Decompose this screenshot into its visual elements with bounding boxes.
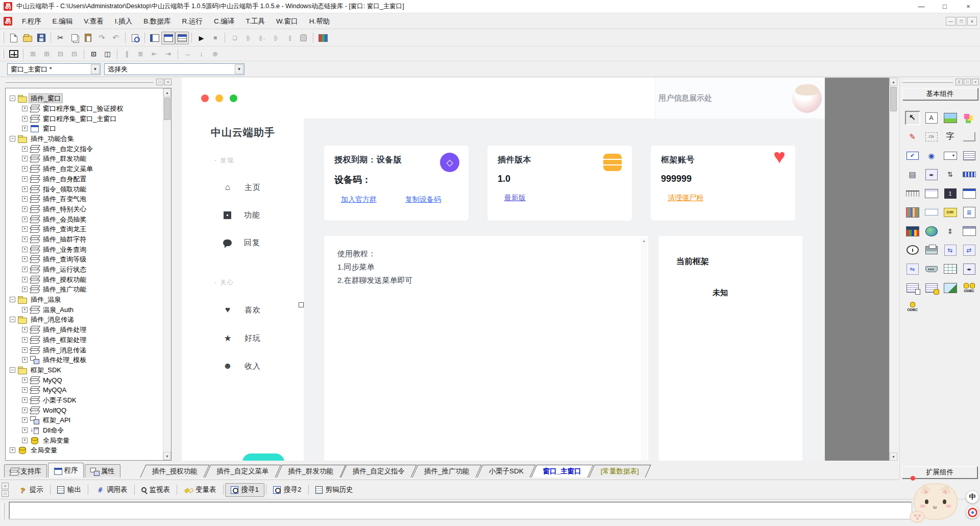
layout-left-button[interactable]: [148, 32, 161, 44]
expand-icon[interactable]: +: [22, 347, 28, 353]
palette-cell-picture-box[interactable]: [941, 108, 960, 127]
make-same-width-button[interactable]: ↔: [181, 47, 194, 60]
mdi-child-icon[interactable]: 易: [4, 17, 12, 26]
align-tops-button[interactable]: ⊟: [54, 47, 67, 60]
output-panel-close-icon[interactable]: ×: [2, 483, 9, 489]
tree-row[interactable]: +插件_自定义指令: [6, 144, 163, 154]
expand-icon[interactable]: +: [22, 206, 28, 212]
step-over-button[interactable]: {}→: [255, 32, 269, 44]
tree-row[interactable]: +插件_插件处理: [6, 325, 163, 335]
expand-icon[interactable]: +: [22, 327, 28, 332]
剪辑历史-button[interactable]: 剪辑历史: [310, 483, 358, 497]
palette-cell-color-picker[interactable]: [903, 222, 922, 241]
shrink-to-grid-button[interactable]: ⇤: [148, 47, 161, 60]
designer-resize-handle[interactable]: [299, 302, 304, 307]
tree-row[interactable]: +插件_运行状态: [6, 265, 163, 275]
tree-row[interactable]: +插件_群发功能: [6, 154, 163, 164]
expand-icon[interactable]: +: [22, 116, 28, 122]
tutorial-scrollbar[interactable]: ▲ ▼: [641, 238, 647, 461]
link-最新版[interactable]: 最新版: [504, 194, 526, 203]
form-designer-canvas[interactable]: 用户信息展示处 中山云端助手 - 发现⌂主页功能回复- 关心♥喜欢★好玩☻收入 …: [182, 78, 897, 461]
scroll-down-icon[interactable]: ▼: [890, 452, 897, 461]
folder-selector-combo[interactable]: 选择夹 ▼: [104, 63, 244, 75]
expand-icon[interactable]: +: [22, 267, 28, 272]
file-tab-插件_自定义指令[interactable]: 插件_自定义指令: [344, 465, 414, 477]
palette-cell-list-template[interactable]: [903, 278, 922, 297]
palette-cell-font-label[interactable]: 字: [941, 127, 960, 146]
palette-cell-internet-link[interactable]: [922, 222, 941, 241]
搜寻1-button[interactable]: 搜寻1: [225, 483, 265, 497]
form-designer-button[interactable]: [7, 47, 20, 60]
tree-row[interactable]: +窗口: [6, 124, 163, 134]
expand-icon[interactable]: +: [22, 176, 28, 182]
chevron-down-icon[interactable]: ▼: [91, 64, 100, 74]
palette-cell-list-view[interactable]: ▤: [903, 165, 922, 184]
tree-row[interactable]: +插件_百变气泡: [6, 194, 163, 204]
expand-icon[interactable]: +: [22, 256, 28, 262]
tree-row[interactable]: +MyQQ: [6, 375, 163, 385]
palette-cell-shape-group[interactable]: [960, 108, 978, 127]
palette-cell-panel[interactable]: [960, 127, 978, 146]
cut-button[interactable]: ✂: [54, 32, 67, 44]
component-data-table-button[interactable]: [316, 32, 330, 44]
expand-icon[interactable]: +: [22, 146, 28, 152]
file-tab-插件_自定义菜单[interactable]: 插件_自定义菜单: [208, 465, 278, 477]
menu-item-5[interactable]: R.运行: [177, 15, 209, 28]
tree-row[interactable]: +插件_消息传递: [6, 345, 163, 355]
tree-row[interactable]: +插件_查询龙王: [6, 224, 163, 234]
palette-cell-splitter[interactable]: ⇕: [941, 222, 960, 241]
file-tab-[常量数据表][interactable]: [常量数据表]: [592, 465, 648, 477]
floating-app-badge[interactable]: [966, 506, 979, 519]
搜寻2-button[interactable]: 搜寻2: [268, 483, 307, 497]
preview-action-button[interactable]: [242, 453, 284, 461]
file-tab-插件_群发功能[interactable]: 插件_群发功能: [279, 465, 343, 477]
tree-row[interactable]: +温泉_Auth: [6, 304, 163, 315]
menu-item-3[interactable]: I.插入: [109, 15, 138, 28]
menu-item-0[interactable]: F.程序: [16, 15, 47, 28]
tree-row[interactable]: −插件_窗口: [6, 93, 163, 104]
palette-cell-page-navigator[interactable]: ◂▸: [960, 259, 978, 278]
command-input[interactable]: [9, 502, 912, 519]
scrollbar-thumb[interactable]: [164, 98, 170, 120]
tree-row[interactable]: +插件处理_模板: [6, 355, 163, 365]
palette-cell-ruler[interactable]: [903, 184, 922, 203]
collapse-icon[interactable]: −: [10, 136, 15, 141]
palette-cell-animation-box[interactable]: 1: [941, 184, 960, 203]
expand-icon[interactable]: +: [22, 427, 28, 433]
palette-cell-timer[interactable]: [903, 241, 922, 259]
menu-item-9[interactable]: H.帮助: [304, 15, 336, 28]
palette-cell-label[interactable]: A: [922, 108, 941, 127]
tree-row[interactable]: +插件_推广功能: [6, 284, 163, 295]
palette-cell-printer[interactable]: [922, 241, 941, 259]
tree-row[interactable]: +小栗子SDK: [6, 395, 163, 405]
maximize-button[interactable]: □: [933, 0, 957, 13]
panel-drag-handle[interactable]: [902, 81, 953, 83]
palette-cell-data-grid[interactable]: [903, 203, 922, 222]
palette-cell-com-port[interactable]: [922, 259, 941, 278]
tree-row[interactable]: −插件_消息传递: [6, 315, 163, 325]
menu-item-8[interactable]: W.窗口: [271, 15, 304, 28]
tree-row[interactable]: +插件_业务查询: [6, 244, 163, 254]
tree-row[interactable]: +指令_领取功能: [6, 184, 163, 194]
space-evenly-down-button[interactable]: ≣: [134, 47, 148, 60]
tree-row[interactable]: +插件_查询等级: [6, 254, 163, 265]
tab-属性[interactable]: 属性: [85, 464, 120, 477]
panel-menu-icon[interactable]: Ξ: [955, 79, 963, 85]
提示-button[interactable]: ?提示: [13, 483, 48, 497]
expand-icon[interactable]: +: [22, 387, 28, 393]
palette-cell-network-io[interactable]: ⇋: [903, 259, 922, 278]
palette-cell-v-updown[interactable]: ⇅: [941, 165, 960, 184]
form-preview[interactable]: 用户信息展示处 中山云端助手 - 发现⌂主页功能回复- 关心♥喜欢★好玩☻收入 …: [182, 78, 825, 461]
nav-item-好玩[interactable]: ★好玩: [182, 326, 304, 350]
menu-item-2[interactable]: V.查看: [78, 15, 109, 28]
mdi-restore-button[interactable]: □: [957, 17, 966, 26]
变量表-button[interactable]: ◆◇变量表: [179, 483, 222, 497]
minimize-button[interactable]: —: [910, 0, 933, 13]
step-into-button[interactable]: {}↓: [241, 32, 255, 44]
scroll-up-icon[interactable]: ▲: [641, 238, 647, 244]
palette-cell-client-socket[interactable]: ⇆: [941, 241, 960, 259]
save-file-button[interactable]: [34, 32, 48, 44]
pause-hand-button[interactable]: [297, 32, 310, 44]
center-vertically-button[interactable]: ◫: [101, 47, 114, 60]
tree-row[interactable]: −插件_温泉: [6, 295, 163, 305]
